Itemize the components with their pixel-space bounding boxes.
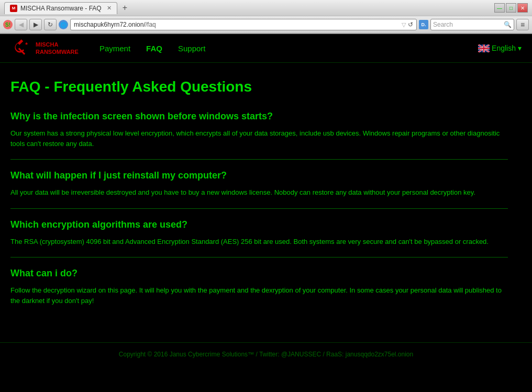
faq-question-2: What will happen if I just reinstall my … bbox=[10, 170, 508, 181]
faq-answer-1: Our system has a strong physical low lev… bbox=[10, 128, 508, 149]
back-button[interactable]: ◀ bbox=[15, 19, 27, 30]
tab-close-button[interactable]: ✕ bbox=[107, 5, 112, 12]
dropdown-arrow: ▾ bbox=[518, 44, 522, 52]
faq-divider-1 bbox=[10, 159, 508, 160]
site-footer: Copyright © 2016 Janus Cybercrime Soluti… bbox=[0, 342, 532, 366]
faq-section-3: Which encryption algorithms are used? Th… bbox=[10, 219, 508, 247]
faq-divider-3 bbox=[10, 257, 508, 257]
svg-text:★: ★ bbox=[25, 41, 28, 46]
search-icon[interactable]: 🔍 bbox=[504, 21, 512, 28]
home-icon[interactable]: 🌐 bbox=[59, 20, 68, 29]
footer-text: Copyright © 2016 Janus Cybercrime Soluti… bbox=[119, 351, 413, 358]
site-nav: ★ MISCHARANSOMWARE Payment FAQ Support E… bbox=[0, 34, 532, 63]
title-bar-left: M MISCHA Ransomware - FAQ ✕ + bbox=[4, 2, 129, 14]
url-text: mischapuk6hyrn72.onion//faq bbox=[74, 21, 156, 28]
faq-section-4: What can i do? Follow the decryption wiz… bbox=[10, 268, 508, 306]
faq-answer-2: All your data will be irreversible destr… bbox=[10, 187, 508, 198]
search-bar[interactable]: Search 🔍 bbox=[430, 19, 514, 30]
faq-section-1: Why is the infection screen shown before… bbox=[10, 111, 508, 149]
tab-favicon: M bbox=[10, 5, 17, 12]
minimize-button[interactable]: — bbox=[494, 3, 505, 13]
tab-title: MISCHA Ransomware - FAQ bbox=[20, 5, 102, 12]
logo-container: ★ MISCHARANSOMWARE bbox=[10, 38, 79, 59]
page-title: FAQ - Frequently Asked Questions bbox=[10, 79, 508, 95]
flag-icon bbox=[478, 44, 490, 52]
language-selector[interactable]: English ▾ bbox=[478, 44, 522, 52]
faq-question-1: Why is the infection screen shown before… bbox=[10, 111, 508, 122]
new-tab-button[interactable]: + bbox=[120, 3, 129, 13]
browser-chrome: M MISCHA Ransomware - FAQ ✕ + — □ ✕ S! ◀… bbox=[0, 0, 532, 34]
forward-button[interactable]: ▶ bbox=[29, 19, 42, 30]
window-controls: — □ ✕ bbox=[494, 3, 528, 13]
browser-menu-button[interactable]: ≡ bbox=[516, 19, 529, 30]
website: ★ MISCHARANSOMWARE Payment FAQ Support E… bbox=[0, 34, 532, 366]
browser-tab[interactable]: M MISCHA Ransomware - FAQ ✕ bbox=[4, 2, 117, 14]
nav-links: Payment FAQ Support bbox=[99, 44, 478, 53]
logo-text: MISCHARANSOMWARE bbox=[36, 41, 79, 56]
close-button[interactable]: ✕ bbox=[517, 3, 528, 13]
title-bar: M MISCHA Ransomware - FAQ ✕ + — □ ✕ bbox=[0, 0, 532, 16]
nav-bar: S! ◀ ▶ ↻ 🌐 mischapuk6hyrn72.onion//faq ▽… bbox=[0, 16, 532, 33]
language-label: English bbox=[492, 44, 516, 52]
nav-link-faq[interactable]: FAQ bbox=[146, 44, 162, 53]
faq-divider-2 bbox=[10, 208, 508, 209]
addon-icon-1: S! bbox=[3, 20, 13, 29]
faq-question-4: What can i do? bbox=[10, 268, 508, 279]
address-bar-right: ▽ ↺ bbox=[402, 21, 413, 28]
nav-link-payment[interactable]: Payment bbox=[99, 44, 130, 53]
faq-answer-4: Follow the decryption wizard on this pag… bbox=[10, 285, 508, 306]
main-content: FAQ - Frequently Asked Questions Why is … bbox=[0, 63, 518, 332]
address-bar[interactable]: mischapuk6hyrn72.onion//faq ▽ ↺ bbox=[70, 19, 417, 30]
faq-question-3: Which encryption algorithms are used? bbox=[10, 219, 508, 230]
addon-icons: S! bbox=[3, 20, 13, 29]
nav-link-support[interactable]: Support bbox=[178, 44, 206, 53]
search-placeholder: Search bbox=[433, 21, 504, 28]
site-logo: ★ bbox=[10, 38, 31, 59]
reload-button[interactable]: ↻ bbox=[44, 19, 57, 30]
faq-answer-3: The RSA (cryptosystem) 4096 bit and Adva… bbox=[10, 237, 508, 247]
faq-section-2: What will happen if I just reinstall my … bbox=[10, 170, 508, 198]
search-engine-icon: D. bbox=[419, 20, 428, 29]
maximize-button[interactable]: □ bbox=[506, 3, 516, 13]
